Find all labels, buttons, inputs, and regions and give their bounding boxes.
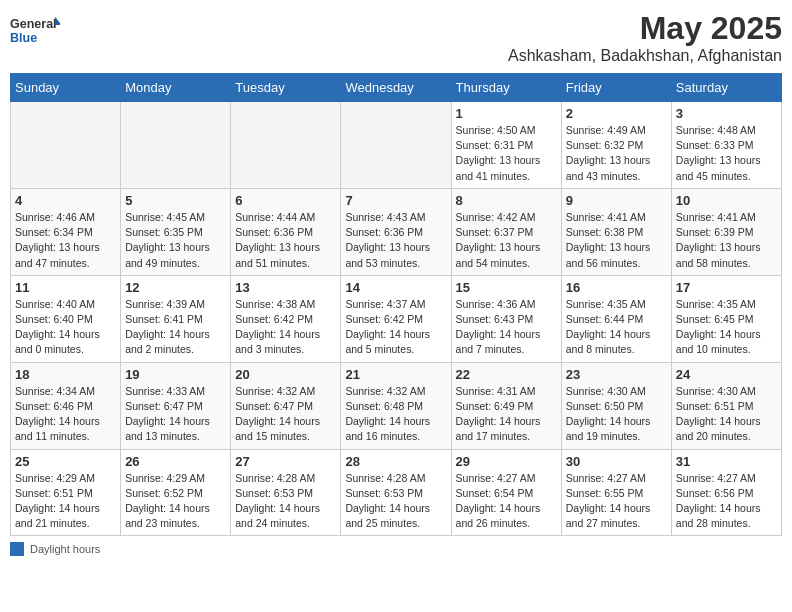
day-number: 19 [125,367,226,382]
day-number: 30 [566,454,667,469]
day-number: 31 [676,454,777,469]
day-header-tuesday: Tuesday [231,74,341,102]
day-number: 8 [456,193,557,208]
calendar-cell: 21Sunrise: 4:32 AMSunset: 6:48 PMDayligh… [341,362,451,449]
subtitle: Ashkasham, Badakhshan, Afghanistan [508,47,782,65]
day-number: 4 [15,193,116,208]
day-number: 22 [456,367,557,382]
svg-marker-2 [55,17,60,25]
day-detail: Sunrise: 4:29 AMSunset: 6:51 PMDaylight:… [15,471,116,532]
day-detail: Sunrise: 4:45 AMSunset: 6:35 PMDaylight:… [125,210,226,271]
day-number: 21 [345,367,446,382]
calendar-cell: 14Sunrise: 4:37 AMSunset: 6:42 PMDayligh… [341,275,451,362]
week-row-2: 4Sunrise: 4:46 AMSunset: 6:34 PMDaylight… [11,188,782,275]
day-detail: Sunrise: 4:43 AMSunset: 6:36 PMDaylight:… [345,210,446,271]
day-detail: Sunrise: 4:28 AMSunset: 6:53 PMDaylight:… [345,471,446,532]
day-detail: Sunrise: 4:50 AMSunset: 6:31 PMDaylight:… [456,123,557,184]
calendar-cell: 20Sunrise: 4:32 AMSunset: 6:47 PMDayligh… [231,362,341,449]
week-row-5: 25Sunrise: 4:29 AMSunset: 6:51 PMDayligh… [11,449,782,536]
footer: Daylight hours [10,542,782,556]
calendar-cell: 30Sunrise: 4:27 AMSunset: 6:55 PMDayligh… [561,449,671,536]
day-detail: Sunrise: 4:29 AMSunset: 6:52 PMDaylight:… [125,471,226,532]
calendar-cell: 4Sunrise: 4:46 AMSunset: 6:34 PMDaylight… [11,188,121,275]
day-detail: Sunrise: 4:30 AMSunset: 6:50 PMDaylight:… [566,384,667,445]
day-detail: Sunrise: 4:27 AMSunset: 6:56 PMDaylight:… [676,471,777,532]
day-detail: Sunrise: 4:46 AMSunset: 6:34 PMDaylight:… [15,210,116,271]
calendar-cell: 5Sunrise: 4:45 AMSunset: 6:35 PMDaylight… [121,188,231,275]
day-detail: Sunrise: 4:42 AMSunset: 6:37 PMDaylight:… [456,210,557,271]
calendar-cell: 25Sunrise: 4:29 AMSunset: 6:51 PMDayligh… [11,449,121,536]
calendar-cell: 27Sunrise: 4:28 AMSunset: 6:53 PMDayligh… [231,449,341,536]
day-number: 16 [566,280,667,295]
calendar-cell: 10Sunrise: 4:41 AMSunset: 6:39 PMDayligh… [671,188,781,275]
week-row-1: 1Sunrise: 4:50 AMSunset: 6:31 PMDaylight… [11,102,782,189]
day-detail: Sunrise: 4:35 AMSunset: 6:44 PMDaylight:… [566,297,667,358]
calendar-cell: 26Sunrise: 4:29 AMSunset: 6:52 PMDayligh… [121,449,231,536]
daylight-hours-label: Daylight hours [30,543,100,555]
day-detail: Sunrise: 4:34 AMSunset: 6:46 PMDaylight:… [15,384,116,445]
day-header-friday: Friday [561,74,671,102]
calendar-cell: 19Sunrise: 4:33 AMSunset: 6:47 PMDayligh… [121,362,231,449]
day-detail: Sunrise: 4:39 AMSunset: 6:41 PMDaylight:… [125,297,226,358]
calendar-cell: 24Sunrise: 4:30 AMSunset: 6:51 PMDayligh… [671,362,781,449]
day-number: 26 [125,454,226,469]
day-header-monday: Monday [121,74,231,102]
day-detail: Sunrise: 4:41 AMSunset: 6:38 PMDaylight:… [566,210,667,271]
calendar-cell: 15Sunrise: 4:36 AMSunset: 6:43 PMDayligh… [451,275,561,362]
title-area: May 2025 Ashkasham, Badakhshan, Afghanis… [508,10,782,65]
day-number: 12 [125,280,226,295]
day-number: 10 [676,193,777,208]
calendar-cell: 16Sunrise: 4:35 AMSunset: 6:44 PMDayligh… [561,275,671,362]
day-header-wednesday: Wednesday [341,74,451,102]
calendar-cell: 17Sunrise: 4:35 AMSunset: 6:45 PMDayligh… [671,275,781,362]
calendar-cell: 28Sunrise: 4:28 AMSunset: 6:53 PMDayligh… [341,449,451,536]
day-number: 14 [345,280,446,295]
calendar-cell: 7Sunrise: 4:43 AMSunset: 6:36 PMDaylight… [341,188,451,275]
day-detail: Sunrise: 4:36 AMSunset: 6:43 PMDaylight:… [456,297,557,358]
day-detail: Sunrise: 4:44 AMSunset: 6:36 PMDaylight:… [235,210,336,271]
day-number: 9 [566,193,667,208]
week-row-3: 11Sunrise: 4:40 AMSunset: 6:40 PMDayligh… [11,275,782,362]
day-number: 24 [676,367,777,382]
day-number: 2 [566,106,667,121]
calendar-cell: 8Sunrise: 4:42 AMSunset: 6:37 PMDaylight… [451,188,561,275]
calendar-header-row: SundayMondayTuesdayWednesdayThursdayFrid… [11,74,782,102]
day-header-saturday: Saturday [671,74,781,102]
header: General Blue May 2025 Ashkasham, Badakhs… [10,10,782,65]
svg-text:General: General [10,17,57,31]
day-number: 1 [456,106,557,121]
main-title: May 2025 [508,10,782,47]
day-detail: Sunrise: 4:40 AMSunset: 6:40 PMDaylight:… [15,297,116,358]
day-detail: Sunrise: 4:32 AMSunset: 6:48 PMDaylight:… [345,384,446,445]
day-number: 18 [15,367,116,382]
day-number: 13 [235,280,336,295]
calendar-cell: 29Sunrise: 4:27 AMSunset: 6:54 PMDayligh… [451,449,561,536]
day-number: 7 [345,193,446,208]
day-detail: Sunrise: 4:27 AMSunset: 6:55 PMDaylight:… [566,471,667,532]
calendar-cell: 23Sunrise: 4:30 AMSunset: 6:50 PMDayligh… [561,362,671,449]
calendar: SundayMondayTuesdayWednesdayThursdayFrid… [10,73,782,536]
day-detail: Sunrise: 4:41 AMSunset: 6:39 PMDaylight:… [676,210,777,271]
calendar-cell: 6Sunrise: 4:44 AMSunset: 6:36 PMDaylight… [231,188,341,275]
day-detail: Sunrise: 4:30 AMSunset: 6:51 PMDaylight:… [676,384,777,445]
day-detail: Sunrise: 4:48 AMSunset: 6:33 PMDaylight:… [676,123,777,184]
day-number: 20 [235,367,336,382]
day-detail: Sunrise: 4:35 AMSunset: 6:45 PMDaylight:… [676,297,777,358]
calendar-cell [11,102,121,189]
day-number: 25 [15,454,116,469]
calendar-cell: 12Sunrise: 4:39 AMSunset: 6:41 PMDayligh… [121,275,231,362]
day-number: 11 [15,280,116,295]
daylight-color-box [10,542,24,556]
day-number: 27 [235,454,336,469]
day-detail: Sunrise: 4:37 AMSunset: 6:42 PMDaylight:… [345,297,446,358]
calendar-cell [341,102,451,189]
calendar-cell: 11Sunrise: 4:40 AMSunset: 6:40 PMDayligh… [11,275,121,362]
calendar-cell: 22Sunrise: 4:31 AMSunset: 6:49 PMDayligh… [451,362,561,449]
day-detail: Sunrise: 4:38 AMSunset: 6:42 PMDaylight:… [235,297,336,358]
day-detail: Sunrise: 4:49 AMSunset: 6:32 PMDaylight:… [566,123,667,184]
day-detail: Sunrise: 4:28 AMSunset: 6:53 PMDaylight:… [235,471,336,532]
calendar-cell [231,102,341,189]
calendar-cell: 18Sunrise: 4:34 AMSunset: 6:46 PMDayligh… [11,362,121,449]
logo: General Blue [10,10,60,50]
day-number: 23 [566,367,667,382]
